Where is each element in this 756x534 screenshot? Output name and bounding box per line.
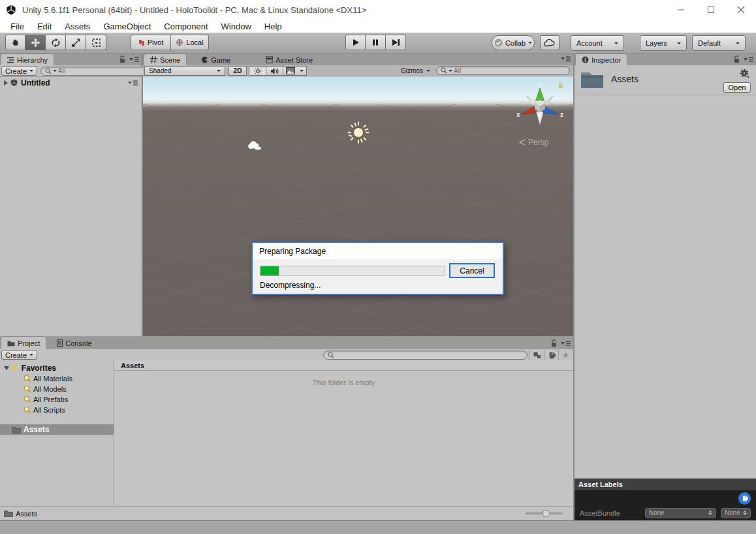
pause-button[interactable] xyxy=(366,35,386,50)
favorites-all-prefabs[interactable]: All Prefabs xyxy=(0,394,114,405)
label-tag-button[interactable] xyxy=(738,492,751,505)
tab-inspector[interactable]: Inspector xyxy=(576,54,627,65)
cancel-button[interactable]: Cancel xyxy=(449,263,495,278)
scene-item-label: Untitled xyxy=(21,78,50,87)
create-label: Create xyxy=(5,351,27,359)
scale-tool-button[interactable] xyxy=(66,35,86,50)
search-filter-caret-icon xyxy=(53,70,57,72)
project-search-field[interactable] xyxy=(323,351,528,360)
menu-component[interactable]: Component xyxy=(157,22,214,31)
saved-search-star-icon[interactable]: ★ xyxy=(558,350,573,360)
axis-z-label: z xyxy=(560,111,563,118)
sun-light-gizmo-icon[interactable] xyxy=(346,120,371,145)
open-button[interactable]: Open xyxy=(723,82,751,93)
gizmo-lock-icon[interactable] xyxy=(558,82,564,89)
progress-bar-fill xyxy=(260,266,279,275)
hierarchy-search-input[interactable] xyxy=(58,67,144,74)
assets-folder-item[interactable]: Assets xyxy=(0,424,114,435)
expand-triangle-icon[interactable] xyxy=(4,80,8,86)
scene-viewport[interactable]: y x z xyxy=(143,76,573,336)
search-icon xyxy=(441,67,447,74)
tab-console[interactable]: Console xyxy=(51,337,97,349)
lock-icon[interactable] xyxy=(550,339,558,347)
chevron-down-icon xyxy=(736,42,740,44)
panel-menu-icon[interactable] xyxy=(561,340,571,347)
search-by-type-icon[interactable] xyxy=(529,350,544,360)
axis-z-cone xyxy=(543,106,558,114)
maximize-icon xyxy=(707,6,715,14)
rotate-tool-button[interactable] xyxy=(46,35,66,50)
menu-window[interactable]: Window xyxy=(215,22,258,31)
tab-project[interactable]: Project xyxy=(1,337,46,349)
menu-gameobject[interactable]: GameObject xyxy=(97,22,157,31)
scene-search-input[interactable] xyxy=(454,67,565,74)
project-toolbar: Create ★ xyxy=(0,349,573,361)
hierarchy-panel: Hierarchy Create xyxy=(0,54,142,336)
menu-file[interactable]: File xyxy=(4,22,31,31)
panel-menu-icon[interactable] xyxy=(744,56,753,63)
favorites-all-materials[interactable]: All Materials xyxy=(0,373,114,384)
panel-menu-icon[interactable] xyxy=(129,56,139,63)
assets-folder-label: Assets xyxy=(24,425,49,434)
menu-help[interactable]: Help xyxy=(258,22,289,31)
perspective-toggle[interactable]: Persp xyxy=(518,138,548,147)
assetbundle-dropdown[interactable]: None xyxy=(645,508,716,518)
tab-asset-store[interactable]: Asset Store xyxy=(260,54,319,65)
tab-asset-store-label: Asset Store xyxy=(276,56,313,64)
panel-menu-icon[interactable] xyxy=(561,55,571,62)
search-by-label-icon[interactable] xyxy=(544,350,558,360)
hierarchy-create-button[interactable]: Create xyxy=(1,66,37,76)
2d-toggle-button[interactable]: 2D xyxy=(228,66,247,76)
project-search-input[interactable] xyxy=(336,352,523,359)
account-dropdown[interactable]: Account xyxy=(571,35,624,51)
lock-icon[interactable] xyxy=(733,55,740,63)
minimize-button[interactable] xyxy=(666,0,696,20)
move-tool-button[interactable] xyxy=(25,35,46,50)
local-toggle-button[interactable]: Local xyxy=(171,35,209,50)
pivot-toggle-button[interactable]: Pivot xyxy=(131,35,171,50)
tab-scene[interactable]: Scene xyxy=(144,54,186,65)
thumbnail-size-slider[interactable] xyxy=(526,512,563,514)
hand-tool-button[interactable] xyxy=(5,35,25,50)
project-panel: Project Console Create xyxy=(0,336,573,520)
lighting-toggle-button[interactable] xyxy=(249,66,266,76)
maximize-button[interactable] xyxy=(696,0,726,20)
audio-toggle-button[interactable] xyxy=(266,66,283,76)
gear-icon[interactable] xyxy=(740,69,749,78)
menu-assets[interactable]: Assets xyxy=(58,22,97,31)
tab-game[interactable]: Game xyxy=(195,54,236,65)
variant-dropdown[interactable]: None xyxy=(721,508,751,518)
project-create-button[interactable]: Create xyxy=(1,350,37,360)
effects-dropdown-button[interactable] xyxy=(283,66,307,76)
step-button[interactable] xyxy=(386,35,406,50)
collab-button[interactable]: Collab xyxy=(492,35,535,50)
collab-check-icon xyxy=(494,39,503,47)
assets-column-header: Assets xyxy=(114,360,573,371)
scene-root-item[interactable]: Untitled xyxy=(0,77,142,88)
slider-thumb[interactable] xyxy=(543,510,550,517)
close-button[interactable] xyxy=(726,0,756,20)
gizmos-dropdown[interactable]: Gizmos xyxy=(397,66,434,76)
layers-dropdown[interactable]: Layers xyxy=(640,35,687,51)
panel-menu-icon[interactable] xyxy=(128,80,138,86)
expand-triangle-icon[interactable] xyxy=(4,366,9,370)
shading-mode-dropdown[interactable]: Shaded xyxy=(144,66,225,76)
hierarchy-search-field[interactable] xyxy=(40,67,149,76)
favorites-all-models[interactable]: All Models xyxy=(0,384,114,394)
pivot-label: Pivot xyxy=(148,39,163,46)
persp-arrow-icon xyxy=(518,139,526,146)
favorites-star-icon: ★ xyxy=(11,364,19,372)
cloud-gizmo-icon[interactable] xyxy=(247,140,263,150)
layout-dropdown[interactable]: Default xyxy=(692,35,746,51)
menu-edit[interactable]: Edit xyxy=(31,22,58,31)
axis-y-label: y xyxy=(539,81,543,88)
lock-icon[interactable] xyxy=(119,55,126,63)
favorites-all-scripts[interactable]: All Scripts xyxy=(0,405,114,415)
search-icon xyxy=(328,352,334,358)
rect-tool-button[interactable] xyxy=(86,35,106,50)
tab-hierarchy[interactable]: Hierarchy xyxy=(1,54,54,65)
scene-search-field[interactable] xyxy=(436,66,570,75)
cloud-button[interactable] xyxy=(540,35,559,50)
favorites-item[interactable]: ★ Favorites xyxy=(0,362,114,373)
play-button[interactable] xyxy=(345,35,366,50)
